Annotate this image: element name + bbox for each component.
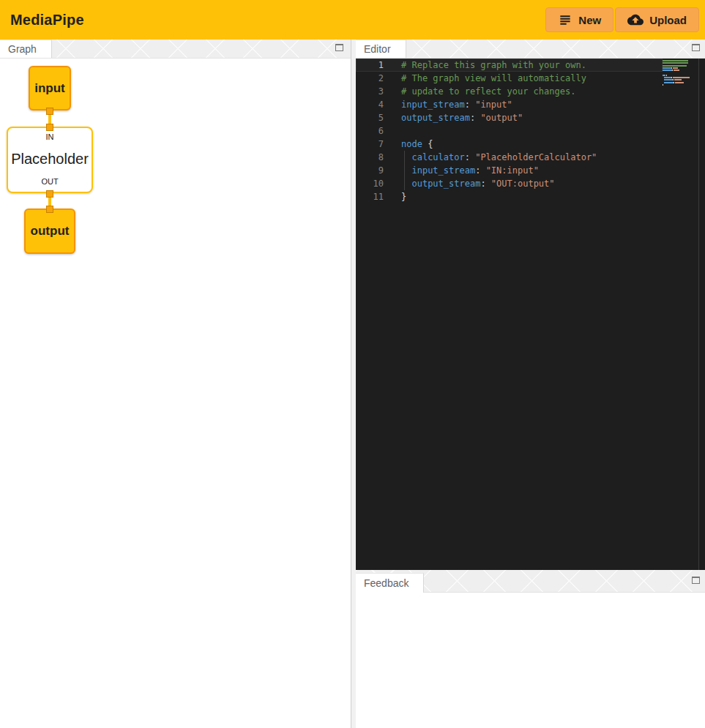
line-number: 1	[356, 59, 384, 72]
feedback-output	[356, 593, 705, 728]
graph-node-output[interactable]: output	[24, 209, 75, 254]
placeholder-in-label: IN	[46, 132, 54, 141]
tab-editor[interactable]: Editor	[356, 40, 406, 58]
graph-tab-row: Graph	[0, 40, 351, 59]
code-text: input_stream: "input"	[384, 98, 663, 111]
output-node-label: output	[31, 224, 70, 239]
graph-tab-label: Graph	[8, 43, 37, 55]
editor-panel: Editor 1# Replace this graph with your o…	[356, 40, 705, 570]
line-number: 5	[356, 111, 384, 124]
editor-scrollbar[interactable]	[698, 59, 705, 570]
editor-tab-label: Editor	[364, 43, 391, 55]
new-button-label: New	[578, 14, 601, 26]
upload-button-label: Upload	[649, 14, 687, 26]
line-number: 8	[356, 151, 384, 164]
placeholder-out-label: OUT	[41, 177, 58, 186]
feedback-tab-label: Feedback	[364, 577, 409, 589]
input-node-label: input	[34, 81, 65, 96]
line-number: 10	[356, 177, 384, 190]
line-number: 7	[356, 138, 384, 151]
placeholder-out-port	[46, 190, 53, 198]
code-text: input_stream: "IN:input"	[384, 164, 663, 177]
code-line[interactable]: 2# The graph view will automatically	[356, 72, 663, 85]
indent-guide	[404, 151, 405, 190]
editor-popout-icon[interactable]	[692, 44, 700, 51]
code-line[interactable]: 1# Replace this graph with your own.	[356, 59, 663, 72]
editor-minimap[interactable]	[663, 60, 699, 86]
graph-node-placeholder[interactable]: IN Placeholder OUT	[7, 127, 93, 193]
code-line[interactable]: 8 calculator: "PlaceholderCalculator"	[356, 151, 663, 164]
input-out-port	[46, 108, 53, 115]
feedback-panel: Feedback	[356, 570, 705, 728]
output-in-port	[46, 206, 53, 213]
line-number: 2	[356, 72, 384, 85]
graph-node-input[interactable]: input	[29, 66, 71, 110]
line-number: 4	[356, 98, 384, 111]
tab-feedback[interactable]: Feedback	[356, 573, 424, 593]
placeholder-in-port	[46, 124, 53, 131]
line-number: 6	[356, 124, 384, 138]
code-text: }	[384, 190, 663, 203]
line-number: 11	[356, 190, 384, 203]
upload-button[interactable]: Upload	[615, 7, 699, 32]
line-number: 9	[356, 164, 384, 177]
minimap-line	[663, 84, 699, 86]
code-line[interactable]: 4input_stream: "input"	[356, 98, 663, 111]
app-title: MediaPipe	[10, 12, 84, 29]
new-button[interactable]: New	[545, 7, 613, 32]
app-header: MediaPipe New Upload	[0, 0, 705, 40]
feedback-popout-icon[interactable]	[692, 577, 700, 584]
code-line[interactable]: 6	[356, 124, 663, 138]
line-number: 3	[356, 85, 384, 98]
code-line[interactable]: 7node {	[356, 138, 663, 151]
code-line[interactable]: 9 input_stream: "IN:input"	[356, 164, 663, 177]
feedback-tab-row: Feedback	[356, 570, 705, 593]
code-text: node {	[384, 138, 663, 151]
code-line[interactable]: 5output_stream: "output"	[356, 111, 663, 124]
code-text: output_stream: "OUT:output"	[384, 177, 663, 190]
code-editor[interactable]: 1# Replace this graph with your own.2# T…	[356, 59, 705, 570]
code-text: calculator: "PlaceholderCalculator"	[384, 151, 663, 164]
code-text: # The graph view will automatically	[384, 72, 663, 85]
placeholder-node-label: Placeholder	[11, 151, 89, 168]
code-text: output_stream: "output"	[384, 111, 663, 124]
code-line[interactable]: 11}	[356, 190, 663, 203]
code-text	[384, 124, 663, 138]
graph-popout-icon[interactable]	[335, 44, 343, 51]
editor-tab-row: Editor	[356, 40, 705, 59]
tab-graph[interactable]: Graph	[0, 40, 52, 58]
cloud-upload-icon	[627, 12, 644, 28]
code-lines: 1# Replace this graph with your own.2# T…	[356, 59, 705, 203]
graph-panel: Graph input IN Placeholder OUT output	[0, 40, 351, 728]
code-text: # update to reflect your changes.	[384, 85, 663, 98]
menu-lines-icon	[558, 12, 572, 27]
graph-canvas[interactable]: input IN Placeholder OUT output	[0, 59, 351, 728]
code-text: # Replace this graph with your own.	[384, 59, 663, 72]
code-line[interactable]: 10 output_stream: "OUT:output"	[356, 177, 663, 190]
code-line[interactable]: 3# update to reflect your changes.	[356, 85, 663, 98]
